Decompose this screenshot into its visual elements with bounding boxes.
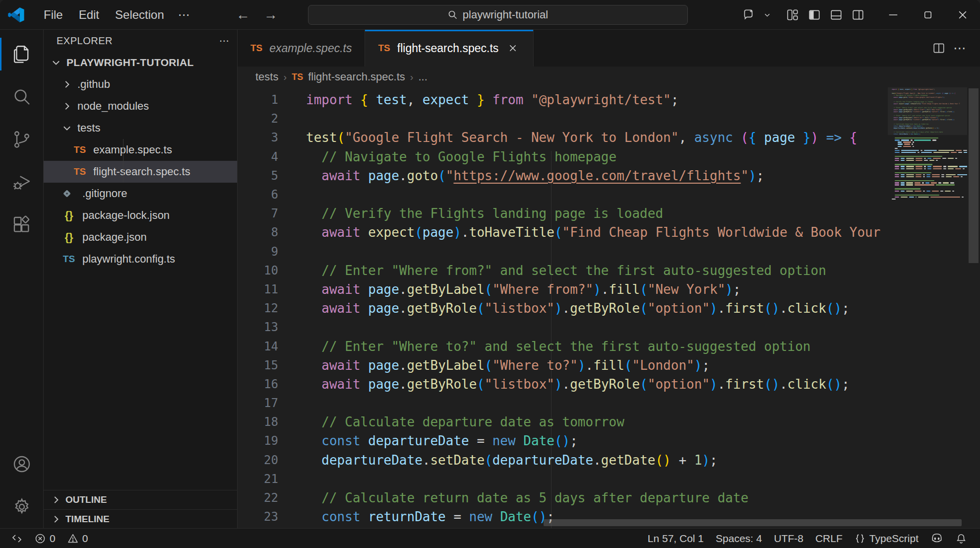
statusbar-eol-sequence[interactable]: CRLF [809, 533, 849, 545]
code-line[interactable]: 2 [238, 109, 980, 128]
vertical-scrollbar[interactable] [967, 87, 980, 528]
line-number[interactable]: 1 [238, 93, 306, 107]
section-timeline[interactable]: TIMELINE [44, 509, 237, 528]
menu-item-selection[interactable]: Selection [107, 5, 172, 25]
statusbar-error[interactable]: 0 [29, 533, 61, 545]
minimize-button[interactable] [876, 0, 911, 30]
section-outline[interactable]: OUTLINE [44, 490, 237, 509]
editor-more-actions-icon[interactable]: ⋯ [949, 41, 971, 56]
code-line[interactable]: 8 await expect(page).toHaveTitle("Find C… [238, 223, 980, 242]
line-number[interactable]: 3 [238, 131, 306, 144]
line-number[interactable]: 19 [238, 434, 306, 448]
activitybar-settings-gear-icon[interactable] [0, 485, 44, 528]
menu-item-file[interactable]: File [36, 5, 71, 25]
line-number[interactable]: 9 [238, 245, 306, 259]
code-line[interactable]: 22 // Calculate return date as 5 days af… [238, 488, 980, 507]
code-line[interactable]: 13 [238, 318, 980, 337]
code-line[interactable]: 15 await page.getByLabel("Where to?").fi… [238, 356, 980, 375]
code-line[interactable]: 9 [238, 242, 980, 261]
tree-item-package-json[interactable]: {}package.json [44, 226, 237, 248]
code-line[interactable]: 4 // Navigate to Google Flights homepage [238, 147, 980, 166]
line-number[interactable]: 5 [238, 169, 306, 183]
maximize-button[interactable] [911, 0, 945, 30]
line-number[interactable]: 22 [238, 491, 306, 505]
tree-item--gitignore[interactable]: .gitignore [44, 183, 237, 205]
tree-item--github[interactable]: .github [44, 73, 237, 95]
line-number[interactable]: 12 [238, 301, 306, 315]
go-forward-arrow-icon[interactable]: → [263, 7, 278, 23]
code-line[interactable]: 5 await page.goto("https://www.google.co… [238, 166, 980, 185]
code-line[interactable]: 18 // Calculate departure date as tomorr… [238, 412, 980, 431]
line-number[interactable]: 2 [238, 112, 306, 126]
go-back-arrow-icon[interactable]: ← [236, 7, 250, 23]
toggle-panel-icon[interactable] [825, 4, 847, 26]
activitybar-run-debug-icon[interactable] [0, 161, 44, 204]
code-line[interactable]: 12 await page.getByRole("listbox").getBy… [238, 299, 980, 318]
tree-item-package-lock-json[interactable]: {}package-lock.json [44, 205, 237, 226]
line-number[interactable]: 15 [238, 358, 306, 372]
chevron-down-icon[interactable] [760, 4, 775, 26]
tree-root-folder[interactable]: PLAYWRIGHT-TUTORIAL [44, 52, 237, 73]
statusbar-remote[interactable] [5, 533, 29, 545]
statusbar-notifications-bell[interactable] [949, 533, 973, 545]
line-number[interactable]: 6 [238, 188, 306, 202]
code-line[interactable]: 6 [238, 185, 980, 204]
statusbar-indentation[interactable]: Spaces: 4 [710, 533, 768, 545]
code-line[interactable]: 14 // Enter "Where to?" and select the f… [238, 337, 980, 355]
line-number[interactable]: 11 [238, 282, 306, 296]
line-number[interactable]: 10 [238, 264, 306, 277]
tree-item-flight-search-spec-ts[interactable]: TSflight-search.spec.ts [44, 161, 237, 183]
activitybar-explorer-icon[interactable] [0, 33, 44, 75]
tree-item-playwright-config-ts[interactable]: TSplaywright.config.ts [44, 248, 237, 270]
tab-close-icon[interactable] [505, 41, 520, 56]
breadcrumb[interactable]: tests›TSflight-search.spec.ts›... [238, 67, 980, 87]
code-line[interactable]: 10 // Enter "Where from?" and select the… [238, 261, 980, 280]
line-number[interactable]: 21 [238, 472, 306, 486]
line-number[interactable]: 18 [238, 415, 306, 429]
code-line[interactable]: 3test("Google Flight Search - New York t… [238, 128, 980, 147]
code-editor[interactable]: 1import { test, expect } from "@playwrig… [238, 87, 980, 528]
line-number[interactable]: 20 [238, 453, 306, 467]
statusbar-copilot-status[interactable] [924, 532, 949, 545]
activitybar-source-control-icon[interactable] [0, 118, 44, 161]
tree-item-example-spec-ts[interactable]: TSexample.spec.ts [44, 139, 237, 161]
code-line[interactable]: 11 await page.getByLabel("Where from?").… [238, 280, 980, 299]
code-line[interactable]: 16 await page.getByRole("listbox").getBy… [238, 375, 980, 394]
line-number[interactable]: 13 [238, 320, 306, 334]
minimap[interactable]: import { test, expect } from "@playwrigh… [888, 87, 967, 528]
breadcrumb-item[interactable]: tests [255, 70, 278, 83]
customize-layout-icon[interactable] [782, 4, 803, 26]
activitybar-search-icon[interactable] [0, 75, 44, 118]
code-line[interactable]: 7 // Verify the Flights landing page is … [238, 204, 980, 223]
command-center-search[interactable]: playwright-tutorial [308, 5, 688, 25]
line-number[interactable]: 8 [238, 225, 306, 239]
line-number[interactable]: 16 [238, 377, 306, 391]
split-editor-icon[interactable] [932, 42, 945, 55]
statusbar-language-mode[interactable]: TypeScript [849, 533, 924, 545]
activitybar-extensions-icon[interactable] [0, 204, 44, 246]
code-line[interactable]: 20 departureDate.setDate(departureDate.g… [238, 451, 980, 470]
code-line[interactable]: 17 [238, 394, 980, 412]
activitybar-accounts-icon[interactable] [0, 443, 44, 485]
line-number[interactable]: 14 [238, 340, 306, 353]
menu-item-edit[interactable]: Edit [71, 5, 107, 25]
code-line[interactable]: 21 [238, 470, 980, 488]
tab-flight-search-spec-ts[interactable]: TSflight-search.spec.ts [365, 30, 534, 67]
toggle-secondary-sidebar-icon[interactable] [847, 4, 869, 26]
menu-overflow[interactable]: ⋯ [172, 5, 197, 25]
code-line[interactable]: 1import { test, expect } from "@playwrig… [238, 90, 980, 109]
tab-example-spec-ts[interactable]: TSexample.spec.ts [238, 30, 365, 67]
close-button[interactable] [945, 0, 980, 30]
statusbar-warning[interactable]: 0 [61, 533, 94, 545]
line-number[interactable]: 23 [238, 510, 306, 524]
tree-item-tests[interactable]: tests [44, 117, 237, 139]
explorer-actions-more-icon[interactable]: ⋯ [219, 35, 230, 47]
toggle-primary-sidebar-icon[interactable] [803, 4, 825, 26]
line-number[interactable]: 17 [238, 396, 306, 410]
line-number[interactable]: 4 [238, 150, 306, 164]
line-number[interactable]: 7 [238, 206, 306, 220]
horizontal-scrollbar-slider[interactable] [544, 519, 962, 526]
breadcrumb-item[interactable]: ... [418, 70, 427, 83]
copilot-chat-icon[interactable] [738, 4, 760, 26]
tree-item-node-modules[interactable]: node_modules [44, 95, 237, 117]
